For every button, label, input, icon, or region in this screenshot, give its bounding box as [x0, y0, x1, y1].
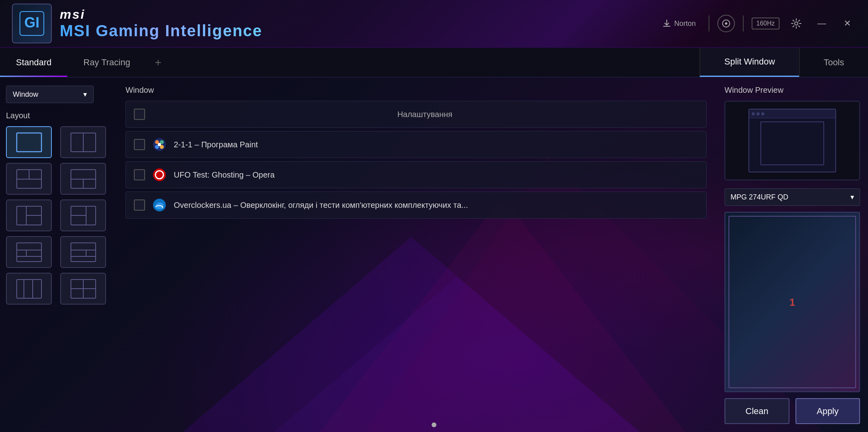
scroll-dot	[432, 422, 436, 427]
window-item-settings[interactable]: Налаштування	[126, 101, 707, 128]
tab-standard[interactable]: Standard	[0, 48, 67, 77]
clean-button[interactable]: Clean	[725, 398, 789, 424]
svg-text:GI: GI	[24, 14, 39, 31]
gear-icon	[791, 18, 802, 29]
layout-item-8[interactable]	[60, 236, 106, 268]
preview-inner	[748, 109, 836, 172]
right-panel: Window Preview MPG 274URF QD ▾ 1	[717, 78, 868, 432]
layout-icon-9	[15, 278, 43, 300]
layout-label: Layout	[6, 111, 110, 120]
window-item-icon-opera	[151, 167, 167, 183]
tab-standard-label: Standard	[16, 57, 51, 68]
brand-text: msi MSI Gaming Intelligence	[60, 7, 262, 40]
header-right: Norton 160Hz — ✕	[658, 15, 856, 32]
window-item-title-opera: UFO Test: Ghosting – Opera	[174, 170, 698, 180]
layout-item-6[interactable]	[60, 199, 106, 231]
zone-number: 1	[789, 296, 795, 308]
svg-point-3	[725, 22, 727, 25]
window-item-title-settings: Налаштування	[151, 110, 698, 119]
tabs-right: Split Window Tools	[699, 48, 868, 77]
layout-item-7[interactable]	[6, 236, 52, 268]
layout-icon-8	[69, 241, 97, 263]
opera-icon	[152, 168, 167, 182]
apply-button[interactable]: Apply	[795, 398, 860, 424]
monitor-chevron-icon: ▾	[850, 193, 854, 201]
header-divider-1	[709, 16, 709, 31]
preview-dot-2	[756, 112, 760, 115]
preview-content-area	[760, 121, 824, 165]
tab-split-window[interactable]: Split Window	[699, 48, 799, 77]
window-item-check-paint[interactable]	[134, 139, 145, 150]
window-item-check-opera[interactable]	[134, 169, 145, 180]
layout-icon-3	[15, 168, 43, 190]
window-item-edge[interactable]: Overclockers.ua – Оверклокінг, огляди і …	[126, 192, 707, 219]
layout-icon-10	[69, 278, 97, 300]
chevron-down-icon: ▾	[83, 90, 87, 99]
window-item-opera[interactable]: UFO Test: Ghosting – Opera	[126, 161, 707, 188]
circle-icon	[722, 19, 731, 28]
header-divider-2	[743, 16, 744, 31]
main-content: Window ▾ Layout	[0, 78, 868, 432]
header: GI msi MSI Gaming Intelligence Norton 16…	[0, 0, 868, 48]
window-dropdown[interactable]: Window ▾	[6, 86, 94, 103]
norton-button[interactable]: Norton	[658, 17, 701, 30]
monitor-select[interactable]: MPG 274URF QD ▾	[725, 188, 860, 206]
window-preview-box	[725, 101, 860, 180]
layout-item-two-col[interactable]	[60, 126, 106, 158]
tab-ray-tracing-label: Ray Tracing	[83, 57, 130, 68]
left-panel: Window ▾ Layout	[0, 78, 116, 432]
minimize-button[interactable]: —	[813, 15, 831, 32]
preview-inner-header	[749, 109, 835, 118]
layout-icon-5	[15, 205, 43, 227]
layout-item-single[interactable]	[6, 126, 52, 158]
hz-badge: 160Hz	[752, 18, 780, 29]
middle-panel: Window Налаштування	[116, 78, 717, 432]
layout-icon-single	[15, 131, 43, 153]
norton-label: Norton	[674, 20, 696, 28]
svg-rect-9	[17, 133, 41, 152]
tab-split-window-label: Split Window	[724, 57, 775, 67]
preview-dot-1	[752, 112, 755, 115]
layout-icon-two-col	[69, 131, 97, 153]
logo-area: GI msi MSI Gaming Intelligence	[12, 4, 262, 43]
layout-item-4[interactable]	[60, 163, 106, 195]
tab-ray-tracing[interactable]: Ray Tracing	[67, 48, 146, 77]
layout-grid	[6, 126, 110, 305]
close-button[interactable]: ✕	[839, 15, 856, 32]
window-dropdown-label: Window	[13, 90, 38, 99]
edge-icon	[152, 198, 167, 212]
svg-rect-24	[17, 243, 41, 262]
close-icon: ✕	[844, 18, 851, 29]
window-item-check-settings[interactable]	[134, 109, 145, 120]
svg-point-43	[158, 143, 161, 146]
bottom-buttons: Clean Apply	[725, 398, 860, 424]
monitor-select-label: MPG 274URF QD	[731, 193, 788, 201]
window-item-title-paint: 2-1-1 – Програма Paint	[174, 140, 698, 149]
msi-logo: msi	[60, 7, 262, 22]
window-item-title-edge: Overclockers.ua – Оверклокінг, огляди і …	[174, 201, 698, 210]
layout-item-3[interactable]	[6, 163, 52, 195]
layout-item-10[interactable]	[60, 273, 106, 305]
tab-tools[interactable]: Tools	[799, 48, 868, 77]
download-icon	[662, 19, 671, 28]
settings-button[interactable]	[787, 15, 805, 32]
svg-point-4	[795, 22, 798, 25]
minimize-icon: —	[817, 18, 826, 29]
window-item-icon-edge	[151, 197, 167, 213]
paint-icon	[152, 137, 167, 152]
svg-rect-28	[71, 243, 96, 262]
preview-label: Window Preview	[725, 86, 860, 95]
zone-preview: 1	[725, 212, 860, 392]
tab-add-button[interactable]: +	[146, 48, 170, 77]
circle-menu-button[interactable]	[717, 15, 735, 32]
window-item-paint[interactable]: 2-1-1 – Програма Paint	[126, 131, 707, 158]
layout-icon-4	[69, 168, 97, 190]
add-icon: +	[155, 56, 161, 69]
window-item-icon-paint	[151, 137, 167, 152]
layout-icon-6	[69, 205, 97, 227]
svg-rect-32	[17, 280, 41, 298]
layout-item-9[interactable]	[6, 273, 52, 305]
window-item-check-edge[interactable]	[134, 199, 145, 211]
layout-item-5[interactable]	[6, 199, 52, 231]
gi-text: MSI Gaming Intelligence	[60, 22, 262, 40]
